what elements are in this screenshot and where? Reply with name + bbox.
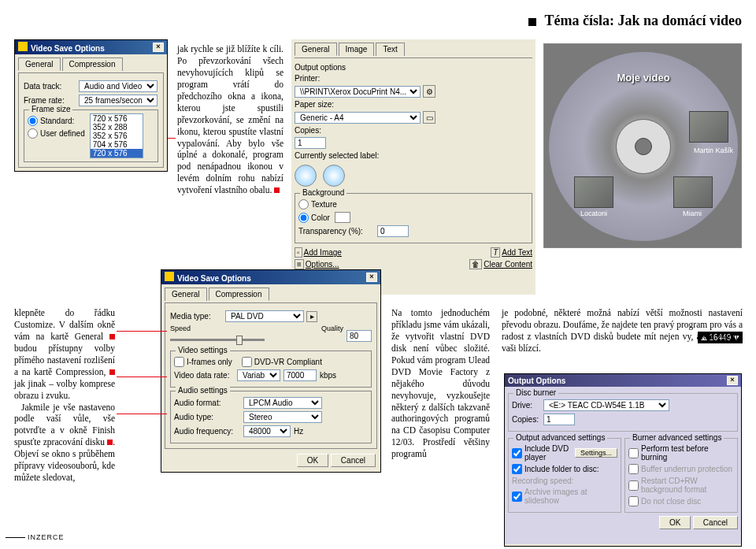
archive-checkbox[interactable]	[512, 492, 522, 502]
copies-label2: Copies:	[512, 415, 543, 424]
quality-input[interactable]	[346, 330, 372, 342]
disc-label-top-icon[interactable]	[295, 165, 317, 187]
audio-settings-legend: Audio settings	[176, 386, 230, 395]
copies-label: Copies:	[295, 126, 342, 135]
radio-user-defined[interactable]	[28, 128, 38, 139]
video-settings-legend: Video settings	[176, 346, 230, 354]
disc-photo	[574, 176, 613, 208]
size-listbox[interactable]: 720 x 576 352 x 288 352 x 576 704 x 576 …	[90, 113, 143, 158]
tab-text-out[interactable]: Text	[376, 43, 404, 56]
include-folder-label: Include folder to disc:	[524, 465, 599, 473]
add-text-link[interactable]: TAdd Text	[491, 248, 532, 257]
app-icon	[18, 42, 28, 51]
audio-type-select[interactable]: Stereo	[243, 411, 322, 423]
list-item[interactable]: 352 x 288	[91, 123, 143, 132]
data-track-select[interactable]: Audio and Video	[79, 80, 158, 92]
dialog-title: Output Options	[508, 377, 565, 385]
adv-settings-legend: Output advanced settings	[513, 433, 607, 442]
options-link[interactable]: ≡Options...	[295, 260, 339, 269]
close-icon[interactable]: ×	[727, 376, 738, 385]
article-right: je podobné, některé možná nabízí větší m…	[502, 307, 743, 354]
frame-rate-select[interactable]: 25 frames/second	[79, 95, 158, 106]
donotclose-checkbox[interactable]	[628, 496, 639, 506]
video-data-rate-input[interactable]	[284, 369, 317, 381]
quality-slider[interactable]	[170, 339, 265, 341]
output-options-panel: General Image Text Output options Printe…	[291, 39, 536, 295]
disc-burner-legend: Disc burner	[513, 388, 558, 397]
media-type-label: Media type:	[170, 312, 225, 321]
page-setup-icon[interactable]: ▭	[423, 111, 435, 124]
audio-type-label: Audio type:	[174, 413, 243, 421]
perform-test-label: Perform test before burning	[641, 444, 734, 462]
include-folder-checkbox[interactable]	[512, 464, 522, 474]
red-square-icon	[109, 369, 115, 375]
media-type-select[interactable]: PAL DVD	[225, 310, 304, 322]
settings-button[interactable]: Settings...	[575, 448, 617, 458]
buffer-checkbox[interactable]	[628, 464, 639, 474]
audio-format-select[interactable]: LPCM Audio	[243, 397, 322, 409]
printer-settings-icon[interactable]: ⚙	[423, 85, 435, 98]
transparency-input[interactable]	[377, 225, 409, 237]
perform-test-checkbox[interactable]	[628, 448, 639, 458]
trash-icon: 🗑	[469, 259, 482, 269]
red-square-icon	[107, 440, 113, 445]
article-top: jak rychle se již blížíte k cíli. Po pře…	[177, 43, 284, 196]
tab-general-out[interactable]: General	[295, 43, 337, 56]
radio-texture[interactable]	[298, 199, 309, 210]
close-icon[interactable]: ×	[366, 273, 377, 282]
ok-button2[interactable]: OK	[659, 516, 691, 529]
drive-select[interactable]: <E:> TEAC CD-W54E 1.1B	[543, 399, 669, 411]
options-button-icon[interactable]: ▸	[306, 311, 317, 322]
audio-frequency-select[interactable]: 48000	[243, 425, 291, 437]
titlebar: Video Save Options ×	[161, 270, 380, 284]
cancel-button2[interactable]: Cancel	[693, 516, 738, 529]
archive-label: Archive images at slideshow	[524, 488, 617, 505]
dvdvr-label: DVD-VR Compliant	[254, 358, 322, 366]
ok-button[interactable]: OK	[297, 454, 328, 467]
radio-color[interactable]	[298, 213, 309, 223]
clear-content-link[interactable]: 🗑Clear Content	[469, 260, 532, 269]
list-item[interactable]: 720 x 576	[91, 149, 143, 158]
leader-line	[117, 331, 167, 332]
disc-caption-br: Miami	[683, 210, 702, 217]
article-mid: Na tomto jednoduchém příkladu jsme vám u…	[391, 307, 490, 460]
color-swatch[interactable]	[335, 212, 350, 223]
video-data-rate-label: Video data rate:	[174, 371, 237, 380]
list-item[interactable]: 720 x 576	[91, 114, 143, 123]
close-icon[interactable]: ×	[153, 43, 164, 52]
printer-label: Printer:	[295, 74, 342, 83]
leader-line	[117, 414, 167, 414]
include-player-checkbox[interactable]	[512, 448, 522, 458]
tab-general[interactable]: General	[18, 57, 61, 71]
disc-caption-bl: Locatoni	[580, 210, 607, 217]
add-text-icon: T	[491, 247, 500, 258]
list-item[interactable]: 352 x 576	[91, 132, 143, 140]
add-image-link[interactable]: ▫Add Image	[295, 248, 342, 257]
copies-input2[interactable]	[543, 414, 575, 425]
data-track-label: Data track:	[24, 82, 79, 91]
disc-outer: Moje video Martin Kašík Locatoni Miami	[549, 52, 738, 241]
printer-select[interactable]: \\PRINT\Xerox DocuPrint N4...	[295, 86, 421, 98]
list-item[interactable]: 704 x 576	[91, 140, 143, 149]
tab-compression[interactable]: Compression	[62, 57, 123, 71]
audio-frequency-label: Audio frequency:	[174, 427, 243, 436]
dvdvr-checkbox[interactable]	[242, 357, 252, 367]
video-data-rate-mode[interactable]: Variable	[237, 369, 280, 381]
tab-image-out[interactable]: Image	[339, 43, 375, 56]
slider-thumb[interactable]	[236, 336, 243, 345]
tab-compression2[interactable]: Compression	[209, 287, 269, 301]
radio-standard[interactable]	[28, 116, 38, 126]
paper-size-select[interactable]: Generic - A4	[295, 112, 421, 124]
disc-label-bottom-icon[interactable]	[323, 165, 345, 187]
copies-input[interactable]	[295, 137, 326, 149]
cancel-button[interactable]: Cancel	[331, 454, 376, 467]
leader-line	[168, 138, 176, 139]
radio-texture-label: Texture	[311, 200, 337, 209]
video-save-dialog-compression: Video Save Options × General Compression…	[161, 269, 381, 473]
tab-general2[interactable]: General	[165, 287, 207, 301]
iframes-checkbox[interactable]	[174, 357, 184, 367]
red-square-icon	[274, 187, 280, 193]
restart-checkbox[interactable]	[628, 480, 639, 491]
disc-caption-right: Martin Kašík	[694, 147, 733, 154]
audio-format-label: Audio format:	[174, 399, 243, 407]
